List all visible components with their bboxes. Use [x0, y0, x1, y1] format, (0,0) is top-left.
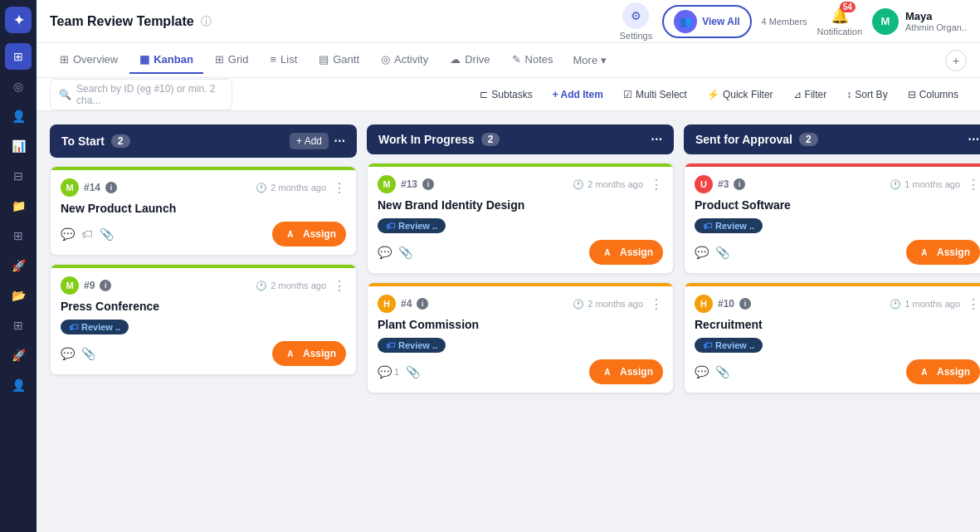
- assign-button-14[interactable]: A Assign: [272, 222, 346, 246]
- attachment-icon-9[interactable]: 📎: [81, 347, 95, 360]
- card-avatar-13: M: [378, 175, 396, 193]
- clock-icon-10: 🕐: [890, 299, 901, 310]
- sidebar-item-home[interactable]: ⊞: [5, 43, 32, 70]
- filter-button[interactable]: ⊿ Filter: [785, 85, 836, 105]
- user-org: Athmin Organ..: [905, 22, 967, 32]
- info-icon[interactable]: ⓘ: [201, 14, 212, 29]
- comment-icon-9[interactable]: 💬: [61, 347, 75, 360]
- tag-icon-14[interactable]: 🏷: [81, 227, 93, 241]
- col-menu-sent[interactable]: ⋯: [968, 133, 979, 146]
- tab-notes[interactable]: ✎ Notes: [502, 46, 563, 74]
- assign-avatar-14: A: [282, 226, 299, 242]
- tab-gantt[interactable]: ▤ Gantt: [309, 46, 369, 74]
- add-to-start-button[interactable]: + Add: [290, 133, 329, 149]
- add-view-button[interactable]: +: [945, 50, 967, 71]
- search-box[interactable]: 🔍 Search by ID (eg #10) or min. 2 cha...: [50, 79, 232, 110]
- card-menu-3[interactable]: ⋮: [967, 177, 980, 193]
- attachment-icon-14[interactable]: 📎: [100, 227, 114, 241]
- sidebar-logo[interactable]: ✦: [5, 7, 32, 33]
- assign-button-4[interactable]: A Assign: [589, 359, 663, 384]
- view-all-button[interactable]: 👥 View All: [662, 5, 751, 38]
- sidebar: ✦ ⊞ ◎ 👤 📊 ⊟ 📁 ⊞ 🚀 📂 ⊞ 🚀 👤: [0, 0, 37, 532]
- sidebar-item-grid[interactable]: ⊞: [5, 222, 32, 249]
- tab-activity[interactable]: ◎ Activity: [371, 46, 438, 74]
- comment-icon-14[interactable]: 💬: [61, 227, 75, 241]
- col-count-wip: 2: [481, 133, 500, 146]
- attachment-icon-3[interactable]: 📎: [715, 246, 729, 259]
- card-id-10: #10: [718, 298, 734, 310]
- view-all-label: View All: [702, 16, 739, 27]
- sidebar-item-user2[interactable]: 👤: [5, 372, 32, 398]
- card-avatar-10: H: [695, 295, 713, 313]
- tag-dot-icon-9: 🏷: [69, 322, 78, 332]
- card-title-9: Press Conference: [61, 300, 346, 313]
- sidebar-item-layers[interactable]: ⊟: [5, 163, 32, 189]
- sidebar-item-folder[interactable]: 📁: [5, 193, 32, 219]
- col-menu-to-start[interactable]: ⋯: [334, 134, 345, 148]
- more-button[interactable]: More ▾: [565, 47, 616, 73]
- notes-icon: ✎: [512, 53, 521, 66]
- sidebar-item-rocket[interactable]: 🚀: [5, 252, 32, 279]
- card-menu-9[interactable]: ⋮: [333, 278, 346, 294]
- tab-list[interactable]: ≡ List: [260, 46, 307, 74]
- card-title-10: Recruitment: [695, 318, 980, 331]
- sidebar-item-grid2[interactable]: ⊞: [5, 312, 32, 339]
- add-item-button[interactable]: + Add Item: [544, 85, 612, 105]
- notification-button[interactable]: 🔔 54 Notification: [817, 7, 862, 37]
- card-menu-13[interactable]: ⋮: [650, 177, 663, 193]
- comment-icon-3[interactable]: 💬: [695, 246, 709, 259]
- card-footer-10: 💬 📎 A Assign: [695, 359, 980, 384]
- attachment-icon-4[interactable]: 📎: [406, 365, 420, 378]
- comment-icon-10[interactable]: 💬: [695, 365, 709, 378]
- sidebar-item-folder2[interactable]: 📂: [5, 282, 32, 309]
- card-time-9: 🕐 2 months ago: [256, 281, 326, 291]
- card-footer-icons-3: 💬 📎: [695, 246, 729, 259]
- sort-icon: ↕: [846, 89, 851, 100]
- columns-icon: ⊟: [908, 89, 916, 100]
- card-id-14: #14: [84, 182, 100, 193]
- assign-avatar-4: A: [599, 364, 616, 380]
- sidebar-item-target[interactable]: ◎: [5, 73, 32, 100]
- tab-grid[interactable]: ⊞ Grid: [205, 46, 259, 74]
- user-menu[interactable]: M Maya Athmin Organ..: [872, 8, 967, 35]
- card-menu-14[interactable]: ⋮: [333, 180, 346, 196]
- tab-overview[interactable]: ⊞ Overview: [50, 46, 128, 74]
- tab-kanban-label: Kanban: [154, 53, 193, 66]
- card-footer-icons-13: 💬 📎: [378, 246, 412, 259]
- attachment-icon-13[interactable]: 📎: [398, 246, 412, 259]
- comment-icon-4[interactable]: 💬 1: [378, 365, 399, 378]
- assign-button-10[interactable]: A Assign: [906, 359, 980, 384]
- assign-button-3[interactable]: A Assign: [906, 240, 980, 265]
- assign-button-13[interactable]: A Assign: [589, 240, 663, 265]
- attachment-icon-10[interactable]: 📎: [715, 365, 729, 378]
- gantt-icon: ▤: [319, 53, 329, 66]
- card-footer-13: 💬 📎 A Assign: [378, 240, 663, 265]
- settings-button[interactable]: ⚙ Settings: [619, 2, 652, 41]
- assign-button-9[interactable]: A Assign: [272, 341, 346, 366]
- card-time-menu-10: 🕐 1 months ago ⋮: [890, 296, 980, 312]
- card-menu-4[interactable]: ⋮: [650, 296, 663, 312]
- card-meta-left-10: H #10 i: [695, 295, 751, 313]
- tab-kanban[interactable]: ▦ Kanban: [129, 46, 203, 74]
- card-4: H #4 i 🕐 2 months ago ⋮ Plant Commi: [367, 282, 674, 393]
- assign-avatar-13: A: [599, 244, 616, 261]
- comment-icon-13[interactable]: 💬: [378, 246, 392, 259]
- multi-select-button[interactable]: ☑ Multi Select: [615, 85, 695, 105]
- col-header-left-to-start: To Start 2: [61, 134, 130, 148]
- subtasks-button[interactable]: ⊏ Subtasks: [471, 85, 540, 105]
- notification-badge: 🔔 54: [831, 7, 849, 25]
- card-time-menu-14: 🕐 2 months ago ⋮: [256, 180, 346, 196]
- sidebar-item-users[interactable]: 👤: [5, 103, 32, 129]
- card-info-icon-10: i: [739, 298, 751, 310]
- sort-by-button[interactable]: ↕ Sort By: [838, 85, 895, 105]
- card-menu-10[interactable]: ⋮: [967, 296, 980, 312]
- col-menu-wip[interactable]: ⋯: [651, 133, 662, 146]
- card-tags-13: 🏷 Review ..: [378, 218, 663, 233]
- tab-drive[interactable]: ☁ Drive: [440, 46, 500, 74]
- quick-filter-button[interactable]: ⚡ Quick Filter: [699, 85, 782, 105]
- columns-button[interactable]: ⊟ Columns: [900, 85, 967, 105]
- members-button[interactable]: 4 Members: [762, 17, 807, 27]
- sidebar-item-chart[interactable]: 📊: [5, 133, 32, 159]
- card-14: M #14 i 🕐 2 months ago ⋮ New Produc: [50, 166, 357, 256]
- sidebar-item-rocket2[interactable]: 🚀: [5, 342, 32, 368]
